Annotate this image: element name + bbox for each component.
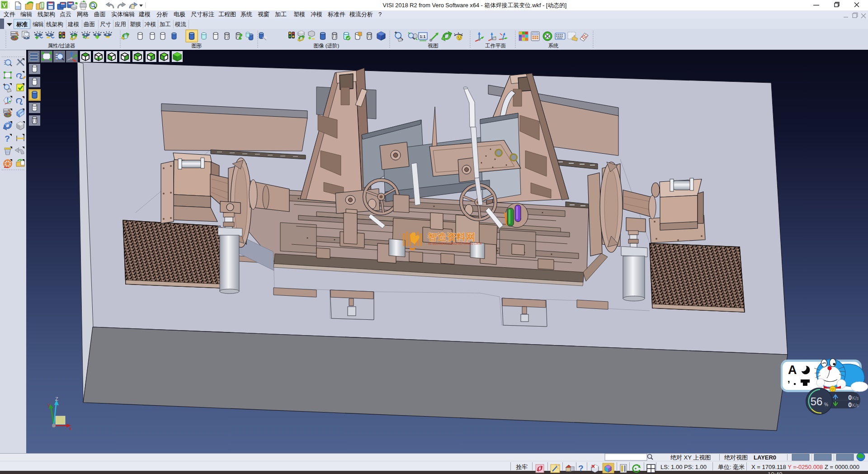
svg-text:LAYER0: LAYER0	[754, 454, 776, 461]
svg-text:曲面: 曲面	[84, 21, 95, 28]
svg-text:1:1: 1:1	[420, 34, 425, 39]
svg-text:应用: 应用	[115, 21, 126, 28]
svg-text:图形: 图形	[192, 43, 203, 48]
svg-text:拴牢: 拴牢	[516, 464, 528, 470]
svg-text:曲面: 曲面	[94, 11, 106, 18]
svg-text:X = 1709.118 Y =-0250.008 Z =: X = 1709.118 Y =-0250.008 Z = 0000.000	[751, 464, 859, 470]
svg-text:尺寸: 尺寸	[100, 21, 111, 28]
svg-text:冲模: 冲模	[311, 11, 322, 18]
svg-text:?: ?	[578, 464, 584, 473]
svg-text:塑膜: 塑膜	[130, 21, 141, 28]
svg-text:VISI 2018 R2 from Vero Softwar: VISI 2018 R2 from Vero Software x64 - 箱体…	[383, 2, 567, 9]
svg-text:视图: 视图	[428, 43, 439, 48]
svg-text:加工: 加工	[160, 21, 171, 28]
svg-text:?: ?	[378, 11, 382, 18]
svg-text:0: 0	[848, 401, 852, 408]
svg-text:视窗: 视窗	[258, 11, 269, 18]
svg-text:编辑: 编辑	[20, 11, 32, 18]
svg-text:文件: 文件	[4, 11, 15, 18]
svg-text:绝对视图: 绝对视图	[724, 454, 748, 461]
svg-text:?: ?	[5, 134, 10, 143]
svg-text:点云: 点云	[60, 11, 71, 18]
svg-text:网格: 网格	[77, 11, 89, 18]
svg-text:K/s: K/s	[852, 403, 859, 408]
svg-text:建模: 建模	[67, 21, 79, 28]
svg-text:图像 (进阶): 图像 (进阶)	[314, 43, 340, 48]
svg-text:标准: 标准	[16, 21, 28, 28]
svg-text:加工: 加工	[275, 11, 287, 18]
svg-text:绝对 XY 上视图: 绝对 XY 上视图	[670, 454, 711, 461]
svg-text:,: ,	[788, 374, 790, 384]
svg-text:标准件: 标准件	[328, 11, 345, 18]
svg-text:电极: 电极	[174, 11, 185, 18]
svg-text:模流: 模流	[175, 21, 187, 28]
svg-text:线架构: 线架构	[46, 21, 63, 28]
svg-text:10:49: 10:49	[768, 471, 783, 474]
svg-text:系统: 系统	[548, 43, 559, 48]
svg-text:属性/过滤器: 属性/过滤器	[48, 43, 75, 48]
svg-text:分析: 分析	[156, 11, 168, 18]
svg-text:Z: Z	[55, 396, 58, 402]
svg-text:%: %	[824, 402, 828, 407]
svg-text:INTELLIGENT MANUFACTURING DATA: INTELLIGENT MANUFACTURING DATA	[428, 242, 482, 245]
svg-text:工作平面: 工作平面	[485, 43, 506, 48]
svg-text:塑模: 塑模	[293, 11, 305, 18]
svg-text:实体编辑: 实体编辑	[111, 11, 135, 18]
svg-text:56: 56	[811, 395, 823, 408]
svg-text:编辑: 编辑	[33, 21, 44, 28]
svg-text:x: x	[69, 426, 72, 431]
svg-text:系统: 系统	[241, 11, 252, 18]
svg-text:Y: Y	[47, 403, 51, 408]
svg-text:V: V	[2, 2, 6, 9]
svg-text:LS: 1.00 PS: 1.00: LS: 1.00 PS: 1.00	[660, 464, 707, 470]
svg-text:智造资料网: 智造资料网	[427, 232, 475, 242]
svg-text:单位: 毫米: 单位: 毫米	[718, 464, 745, 470]
svg-text:冲模: 冲模	[145, 21, 156, 28]
svg-text:尺寸标注: 尺寸标注	[191, 11, 214, 18]
svg-text:工程图: 工程图	[218, 11, 236, 18]
svg-text:模流分析: 模流分析	[349, 11, 373, 18]
svg-text:建模: 建模	[138, 11, 151, 18]
svg-text:K/s: K/s	[852, 396, 859, 401]
svg-text:线架构: 线架构	[38, 11, 55, 18]
